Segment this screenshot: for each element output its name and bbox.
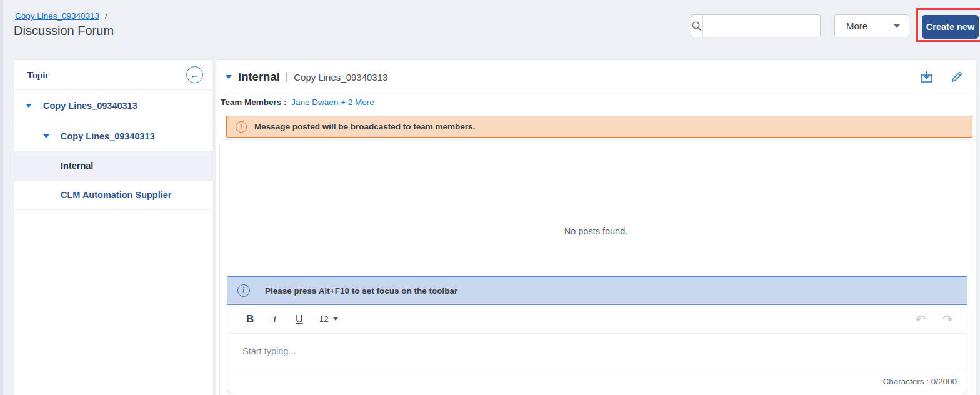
title-separator: | (286, 71, 288, 83)
warning-icon: ! (236, 121, 247, 132)
font-size-dropdown[interactable]: 12 (319, 314, 338, 324)
team-members-link[interactable]: Jane Dwaen + 2 More (291, 98, 374, 107)
sidebar-item-copy-lines-root[interactable]: Copy Lines_09340313 (14, 90, 212, 121)
team-members-row: Team Members : Jane Dwaen + 2 More (221, 98, 374, 107)
sidebar-item-copy-lines-child[interactable]: Copy Lines_09340313 (14, 121, 212, 151)
underline-button[interactable]: U (296, 314, 303, 325)
redo-icon[interactable]: ↷ (942, 312, 953, 327)
sidebar-title: Topic (27, 69, 186, 81)
tree-item-label: Copy Lines_09340313 (43, 101, 138, 111)
empty-state-text: No posts found. (220, 226, 972, 236)
discussion-panel: Internal | Copy Lines_09340313 Team Memb… (216, 59, 976, 395)
more-dropdown[interactable]: More (834, 14, 909, 38)
breadcrumb-link[interactable]: Copy Lines_09340313 (15, 11, 99, 21)
warning-text: Message posted will be broadcasted to te… (254, 122, 475, 131)
tree-item-label: Copy Lines_09340313 (61, 131, 155, 141)
character-counter: Characters : 0/2000 (882, 377, 957, 386)
team-members-label: Team Members : (221, 98, 287, 107)
search-input[interactable] (703, 15, 829, 37)
topic-subtitle: Copy Lines_09340313 (294, 72, 920, 82)
page-title: Discussion Forum (14, 24, 114, 38)
posts-container: No posts found. i Please press Alt+F10 t… (219, 139, 972, 395)
breadcrumb-separator: / (105, 11, 108, 21)
message-input[interactable]: Start typing... (228, 334, 967, 369)
bold-button[interactable]: B (246, 313, 254, 326)
broadcast-warning-banner: ! Message posted will be broadcasted to … (226, 116, 972, 138)
editor-info-banner: i Please press Alt+F10 to set focus on t… (227, 276, 968, 305)
italic-button[interactable]: i (273, 313, 276, 326)
topic-title: Internal (238, 70, 280, 84)
more-dropdown-label: More (846, 21, 894, 31)
search-box[interactable] (691, 14, 821, 38)
font-size-value: 12 (319, 314, 329, 324)
tree-item-label: Internal (61, 161, 93, 171)
collapse-triangle-icon[interactable] (226, 75, 232, 79)
sidebar-item-internal[interactable]: Internal (14, 151, 212, 181)
undo-icon[interactable]: ↶ (915, 312, 926, 327)
editor-footer: Characters : 0/2000 (228, 369, 967, 394)
editor-toolbar: B i U 12 ↶ ↷ (228, 305, 967, 334)
info-icon: i (238, 284, 250, 297)
topic-sidebar: Topic ← Copy Lines_09340313 Copy Lines_0… (14, 59, 212, 395)
chevron-down-icon (333, 318, 338, 321)
download-icon[interactable] (920, 71, 933, 83)
sidebar-header: Topic ← (14, 60, 212, 90)
top-bar: Copy Lines_09340313 / Discussion Forum M… (0, 0, 980, 53)
window-edge (0, 0, 3, 395)
edit-pencil-icon[interactable] (951, 71, 963, 83)
sidebar-item-clm-automation-supplier[interactable]: CLM Automation Supplier (14, 181, 212, 210)
breadcrumb: Copy Lines_09340313 / (15, 11, 108, 21)
collapse-back-icon[interactable]: ← (186, 66, 203, 83)
expand-triangle-icon[interactable] (43, 134, 49, 138)
info-text: Please press Alt+F10 to set focus on the… (265, 286, 458, 296)
search-icon (691, 15, 703, 37)
message-placeholder: Start typing... (242, 346, 296, 356)
expand-triangle-icon[interactable] (26, 104, 32, 108)
topic-header: Internal | Copy Lines_09340313 (216, 60, 976, 94)
tree-item-label: CLM Automation Supplier (61, 190, 171, 200)
create-new-button[interactable]: Create new (922, 15, 979, 39)
annotation-highlight: Create new (916, 8, 980, 42)
chevron-down-icon (894, 24, 900, 28)
message-editor: i Please press Alt+F10 to set focus on t… (227, 276, 968, 394)
